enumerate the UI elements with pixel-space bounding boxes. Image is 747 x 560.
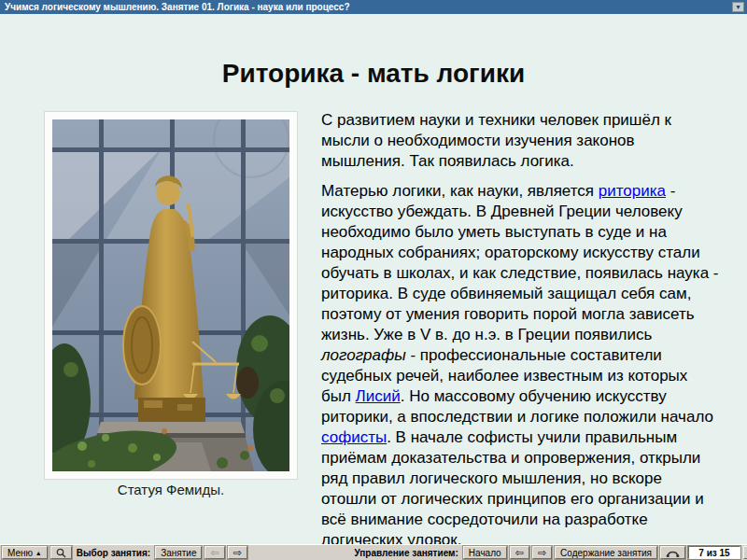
handset-button[interactable]: [660, 546, 685, 559]
page-title: Риторика - мать логики: [0, 59, 747, 89]
arrow-left-icon: ⇦: [210, 548, 218, 557]
text-link[interactable]: Лисий: [356, 387, 401, 405]
paragraph: С развитием науки и техники человек приш…: [321, 110, 720, 172]
lesson-button[interactable]: Занятие: [155, 546, 202, 559]
search-icon: [56, 548, 66, 558]
page-prev-button[interactable]: ⇦: [510, 546, 529, 559]
text-link[interactable]: софисты: [321, 428, 387, 446]
menu-button-label: Меню: [7, 548, 33, 558]
start-button[interactable]: Начало: [463, 546, 507, 559]
handset-icon: [666, 548, 680, 557]
statue-photo: [44, 111, 298, 480]
text-link[interactable]: риторика: [599, 182, 666, 200]
arrow-right-icon: ⇨: [233, 548, 242, 557]
themis-statue-illustration: [52, 119, 289, 471]
chevron-down-icon[interactable]: ▾: [732, 2, 744, 12]
article-text: С развитием науки и техники человек приш…: [321, 110, 720, 551]
lesson-control-group: Управление занятием: Начало ⇦ ⇨ Содержан…: [352, 546, 745, 559]
arrow-left-icon: ⇦: [515, 548, 524, 557]
bottom-toolbar: Меню ▲ Выбор занятия: Занятие ⇦ ⇨ Управл…: [0, 544, 747, 560]
page-next-button[interactable]: ⇨: [532, 546, 552, 559]
arrow-right-icon: ⇨: [538, 548, 546, 557]
triangle-up-icon: ▲: [35, 548, 42, 558]
paragraph: Матерью логики, как науки, является рито…: [321, 181, 720, 551]
text-segment: Матерью логики, как науки, является: [321, 182, 599, 200]
search-button[interactable]: [50, 546, 72, 559]
figure-caption: Статуя Фемиды.: [44, 482, 298, 497]
lesson-select-group: Меню ▲ Выбор занятия: Занятие ⇦ ⇨: [2, 546, 247, 559]
menu-button[interactable]: Меню ▲: [2, 546, 48, 559]
window-titlebar: Учимся логическому мышлению. Занятие 01.…: [0, 0, 747, 14]
text-segment: логографы: [321, 346, 406, 364]
lesson-contents-button[interactable]: Содержание занятия: [555, 546, 657, 559]
page-indicator: 7 из 15: [688, 546, 740, 559]
lesson-next-button[interactable]: ⇨: [228, 546, 247, 559]
toolbar-edge-button[interactable]: [743, 546, 747, 559]
text-segment: . В начале софисты учили правильным приё…: [321, 428, 704, 549]
text-segment: - искусство убеждать. В Древней Греции ч…: [321, 182, 718, 343]
lesson-select-label: Выбор занятия:: [75, 548, 152, 558]
window-title: Учимся логическому мышлению. Занятие 01.…: [5, 2, 350, 12]
lesson-prev-button[interactable]: ⇦: [204, 546, 224, 559]
lesson-control-label: Управление занятием:: [352, 548, 459, 558]
